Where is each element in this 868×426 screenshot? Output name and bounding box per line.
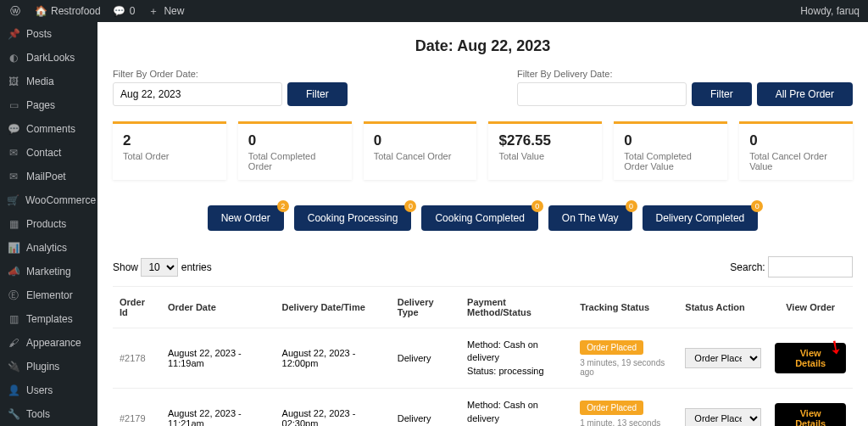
sidebar-item-darklooks[interactable]: ◐DarkLooks [0,46,97,70]
col-header[interactable]: Delivery Date/Time [275,287,391,328]
cell-order-date: August 22, 2023 - 11:21am [161,389,275,426]
menu-icon: 🖼 [7,75,20,88]
tracking-time: 3 minutes, 19 seconds ago [580,358,671,377]
orders-table: Order IdOrder DateDelivery Date/TimeDeli… [113,286,853,426]
main-content: Date: Aug 22, 2023 Filter By Order Date:… [97,22,868,426]
cell-order-date: August 22, 2023 - 11:19am [161,328,275,389]
all-pre-order-button[interactable]: All Pre Order [757,82,853,106]
stat-card: 0Total Completed Order Value [614,121,727,180]
status-badge: 0 [531,200,543,212]
stats-row: 2Total Order0Total Completed Order0Total… [113,121,853,180]
menu-icon: 🔌 [7,360,20,373]
menu-icon: ▦ [7,217,20,231]
cell-delivery-type: Delivery [391,389,460,426]
menu-icon: 👤 [7,384,20,397]
table-row: #2179August 22, 2023 - 11:21amAugust 22,… [113,389,853,426]
sidebar-item-appearance[interactable]: 🖌Appearance [0,331,97,355]
search-input[interactable] [768,256,853,277]
filter-order-button[interactable]: Filter [287,82,348,106]
status-badge: 0 [626,200,637,212]
col-header[interactable]: View Order [768,287,853,328]
status-action-select[interactable]: Order Placed [685,408,761,426]
stat-card: 0Total Cancel Order [364,121,477,180]
sidebar-item-pages[interactable]: ▭Pages [0,93,97,117]
entries-select[interactable]: 10 [141,258,178,277]
status-new-order[interactable]: New Order2 [208,205,284,231]
cell-payment: Method: Cash on deliveryStatus: processi… [460,389,573,426]
stat-label: Total Order [123,151,216,161]
status-cooking-completed[interactable]: Cooking Completed0 [421,205,537,231]
menu-icon: ▥ [7,312,20,326]
sidebar-item-analytics[interactable]: 📊Analytics [0,236,97,260]
menu-icon: ✉ [7,146,20,160]
view-details-button[interactable]: View Details [775,403,846,426]
wp-logo[interactable]: ⓦ [8,4,22,18]
status-on-the-way[interactable]: On The Way0 [548,205,632,231]
howdy-user[interactable]: Howdy, faruq [800,5,860,17]
menu-icon: 💬 [7,122,20,136]
site-name[interactable]: 🏠Restrofood [34,4,101,18]
stat-card: 0Total Completed Order [238,121,352,180]
status-badge: 0 [751,200,763,212]
stat-value: 0 [624,132,717,149]
comments-bubble[interactable]: 💬0 [113,4,136,18]
sidebar-item-media[interactable]: 🖼Media [0,70,97,93]
cell-order-id: #2179 [113,389,161,426]
tracking-badge: Order Placed [580,401,643,415]
sidebar-item-woocommerce[interactable]: 🛒WooCommerce [0,188,97,212]
admin-sidebar: 📌Posts◐DarkLooks🖼Media▭Pages💬Comments✉Co… [0,22,97,426]
menu-icon: ◐ [7,51,20,64]
sidebar-item-elementor[interactable]: ⒺElementor [0,283,97,307]
date-heading: Date: Aug 22, 2023 [113,37,853,55]
status-delivery-completed[interactable]: Delivery Completed0 [643,205,759,231]
stat-card: 0Total Cancel Order Value [739,121,853,180]
sidebar-item-posts[interactable]: 📌Posts [0,22,97,46]
sidebar-item-mailpoet[interactable]: ✉MailPoet [0,165,97,188]
sidebar-item-tools[interactable]: 🔧Tools [0,402,97,426]
filter-order-date-label: Filter By Order Date: [113,69,348,79]
cell-tracking: Order Placed3 minutes, 19 seconds ago [573,328,678,389]
new-content[interactable]: ＋New [147,4,184,18]
stat-card: 2Total Order [113,121,226,180]
cell-delivery-type: Delivery [391,328,460,389]
col-header[interactable]: Tracking Status [573,287,678,328]
col-header[interactable]: Order Date [161,287,275,328]
sidebar-item-templates[interactable]: ▥Templates [0,307,97,331]
tracking-time: 1 minute, 13 seconds ago [580,418,671,426]
col-header[interactable]: Status Action [678,287,768,328]
filter-delivery-date-input[interactable] [517,82,687,106]
sidebar-item-products[interactable]: ▦Products [0,212,97,236]
sidebar-item-contact[interactable]: ✉Contact [0,141,97,165]
cell-order-id: #2178 [113,328,161,389]
menu-icon: 🔧 [7,407,20,421]
filter-delivery-button[interactable]: Filter [692,82,752,106]
stat-value: 0 [248,132,342,149]
stat-label: Total Cancel Order [374,151,467,161]
stat-label: Total Cancel Order Value [749,151,843,171]
table-search: Search: [730,256,853,277]
col-header[interactable]: Order Id [113,287,161,328]
menu-icon: 🖌 [7,336,20,350]
entries-selector: Show 10 entries [113,258,212,277]
status-badge: 2 [277,200,289,212]
filter-order-date-input[interactable] [113,82,282,106]
col-header[interactable]: Payment Method/Status [460,287,573,328]
sidebar-item-plugins[interactable]: 🔌Plugins [0,355,97,378]
cell-tracking: Order Placed1 minute, 13 seconds ago [573,389,678,426]
stat-value: $276.55 [498,132,592,149]
menu-icon: Ⓔ [7,289,20,302]
sidebar-item-comments[interactable]: 💬Comments [0,117,97,141]
stat-label: Total Value [498,151,592,161]
status-filter-row: New Order2Cooking Processing0Cooking Com… [113,205,853,231]
cell-delivery-date: August 22, 2023 - 12:00pm [275,328,391,389]
cell-delivery-date: August 22, 2023 - 02:30pm [275,389,391,426]
sidebar-item-users[interactable]: 👤Users [0,378,97,402]
filter-delivery-date-label: Filter By Delivery Date: [517,69,853,79]
status-action-select[interactable]: Order Placed [685,348,761,368]
col-header[interactable]: Delivery Type [391,287,460,328]
menu-icon: ▭ [7,98,20,112]
menu-icon: 📌 [7,27,20,41]
sidebar-item-marketing[interactable]: 📣Marketing [0,260,97,283]
status-cooking-processing[interactable]: Cooking Processing0 [294,205,412,231]
menu-icon: 📊 [7,241,20,255]
